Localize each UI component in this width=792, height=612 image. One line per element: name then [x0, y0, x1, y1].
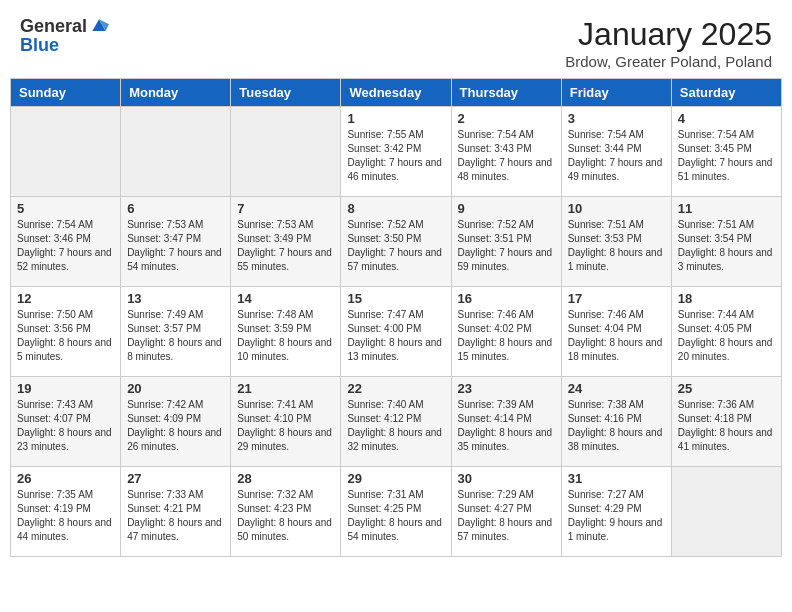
day-info: Sunrise: 7:53 AM Sunset: 3:47 PM Dayligh… [127, 218, 224, 274]
calendar-cell: 27Sunrise: 7:33 AM Sunset: 4:21 PM Dayli… [121, 467, 231, 557]
day-number: 12 [17, 291, 114, 306]
calendar-cell: 25Sunrise: 7:36 AM Sunset: 4:18 PM Dayli… [671, 377, 781, 467]
day-number: 16 [458, 291, 555, 306]
calendar-cell: 16Sunrise: 7:46 AM Sunset: 4:02 PM Dayli… [451, 287, 561, 377]
day-number: 7 [237, 201, 334, 216]
day-info: Sunrise: 7:54 AM Sunset: 3:43 PM Dayligh… [458, 128, 555, 184]
day-info: Sunrise: 7:54 AM Sunset: 3:46 PM Dayligh… [17, 218, 114, 274]
day-number: 18 [678, 291, 775, 306]
week-row-3: 12Sunrise: 7:50 AM Sunset: 3:56 PM Dayli… [11, 287, 782, 377]
day-number: 1 [347, 111, 444, 126]
day-number: 6 [127, 201, 224, 216]
calendar-cell: 12Sunrise: 7:50 AM Sunset: 3:56 PM Dayli… [11, 287, 121, 377]
day-info: Sunrise: 7:51 AM Sunset: 3:54 PM Dayligh… [678, 218, 775, 274]
day-info: Sunrise: 7:39 AM Sunset: 4:14 PM Dayligh… [458, 398, 555, 454]
day-number: 3 [568, 111, 665, 126]
day-info: Sunrise: 7:41 AM Sunset: 4:10 PM Dayligh… [237, 398, 334, 454]
day-info: Sunrise: 7:31 AM Sunset: 4:25 PM Dayligh… [347, 488, 444, 544]
day-info: Sunrise: 7:49 AM Sunset: 3:57 PM Dayligh… [127, 308, 224, 364]
day-info: Sunrise: 7:44 AM Sunset: 4:05 PM Dayligh… [678, 308, 775, 364]
day-number: 22 [347, 381, 444, 396]
day-info: Sunrise: 7:43 AM Sunset: 4:07 PM Dayligh… [17, 398, 114, 454]
day-info: Sunrise: 7:48 AM Sunset: 3:59 PM Dayligh… [237, 308, 334, 364]
calendar-table: SundayMondayTuesdayWednesdayThursdayFrid… [10, 78, 782, 557]
calendar-cell: 31Sunrise: 7:27 AM Sunset: 4:29 PM Dayli… [561, 467, 671, 557]
calendar-cell: 3Sunrise: 7:54 AM Sunset: 3:44 PM Daylig… [561, 107, 671, 197]
calendar-cell: 7Sunrise: 7:53 AM Sunset: 3:49 PM Daylig… [231, 197, 341, 287]
calendar-cell: 17Sunrise: 7:46 AM Sunset: 4:04 PM Dayli… [561, 287, 671, 377]
day-info: Sunrise: 7:42 AM Sunset: 4:09 PM Dayligh… [127, 398, 224, 454]
calendar-cell: 20Sunrise: 7:42 AM Sunset: 4:09 PM Dayli… [121, 377, 231, 467]
weekday-header-row: SundayMondayTuesdayWednesdayThursdayFrid… [11, 79, 782, 107]
calendar-cell: 30Sunrise: 7:29 AM Sunset: 4:27 PM Dayli… [451, 467, 561, 557]
calendar-cell: 26Sunrise: 7:35 AM Sunset: 4:19 PM Dayli… [11, 467, 121, 557]
day-number: 8 [347, 201, 444, 216]
day-number: 9 [458, 201, 555, 216]
day-number: 26 [17, 471, 114, 486]
day-info: Sunrise: 7:35 AM Sunset: 4:19 PM Dayligh… [17, 488, 114, 544]
calendar-cell: 13Sunrise: 7:49 AM Sunset: 3:57 PM Dayli… [121, 287, 231, 377]
calendar-cell: 2Sunrise: 7:54 AM Sunset: 3:43 PM Daylig… [451, 107, 561, 197]
day-info: Sunrise: 7:50 AM Sunset: 3:56 PM Dayligh… [17, 308, 114, 364]
weekday-header-monday: Monday [121, 79, 231, 107]
day-number: 24 [568, 381, 665, 396]
logo-general: General [20, 17, 87, 35]
day-number: 29 [347, 471, 444, 486]
calendar-cell [231, 107, 341, 197]
logo: General Blue [20, 16, 109, 55]
calendar-cell: 14Sunrise: 7:48 AM Sunset: 3:59 PM Dayli… [231, 287, 341, 377]
weekday-header-friday: Friday [561, 79, 671, 107]
day-info: Sunrise: 7:46 AM Sunset: 4:02 PM Dayligh… [458, 308, 555, 364]
calendar-cell: 24Sunrise: 7:38 AM Sunset: 4:16 PM Dayli… [561, 377, 671, 467]
calendar-cell: 10Sunrise: 7:51 AM Sunset: 3:53 PM Dayli… [561, 197, 671, 287]
week-row-1: 1Sunrise: 7:55 AM Sunset: 3:42 PM Daylig… [11, 107, 782, 197]
day-info: Sunrise: 7:51 AM Sunset: 3:53 PM Dayligh… [568, 218, 665, 274]
calendar-cell: 9Sunrise: 7:52 AM Sunset: 3:51 PM Daylig… [451, 197, 561, 287]
calendar-cell: 8Sunrise: 7:52 AM Sunset: 3:50 PM Daylig… [341, 197, 451, 287]
day-number: 15 [347, 291, 444, 306]
day-number: 2 [458, 111, 555, 126]
calendar-cell: 4Sunrise: 7:54 AM Sunset: 3:45 PM Daylig… [671, 107, 781, 197]
calendar-cell [671, 467, 781, 557]
week-row-2: 5Sunrise: 7:54 AM Sunset: 3:46 PM Daylig… [11, 197, 782, 287]
day-info: Sunrise: 7:53 AM Sunset: 3:49 PM Dayligh… [237, 218, 334, 274]
calendar-cell: 18Sunrise: 7:44 AM Sunset: 4:05 PM Dayli… [671, 287, 781, 377]
day-number: 27 [127, 471, 224, 486]
calendar-cell: 22Sunrise: 7:40 AM Sunset: 4:12 PM Dayli… [341, 377, 451, 467]
day-number: 25 [678, 381, 775, 396]
day-info: Sunrise: 7:47 AM Sunset: 4:00 PM Dayligh… [347, 308, 444, 364]
day-info: Sunrise: 7:55 AM Sunset: 3:42 PM Dayligh… [347, 128, 444, 184]
day-info: Sunrise: 7:32 AM Sunset: 4:23 PM Dayligh… [237, 488, 334, 544]
day-info: Sunrise: 7:36 AM Sunset: 4:18 PM Dayligh… [678, 398, 775, 454]
calendar-cell: 21Sunrise: 7:41 AM Sunset: 4:10 PM Dayli… [231, 377, 341, 467]
day-info: Sunrise: 7:40 AM Sunset: 4:12 PM Dayligh… [347, 398, 444, 454]
day-number: 4 [678, 111, 775, 126]
calendar-cell: 5Sunrise: 7:54 AM Sunset: 3:46 PM Daylig… [11, 197, 121, 287]
page-title: January 2025 [565, 16, 772, 53]
day-number: 17 [568, 291, 665, 306]
logo-icon [89, 16, 109, 36]
day-number: 20 [127, 381, 224, 396]
day-number: 5 [17, 201, 114, 216]
subtitle: Brdow, Greater Poland, Poland [565, 53, 772, 70]
calendar-cell: 11Sunrise: 7:51 AM Sunset: 3:54 PM Dayli… [671, 197, 781, 287]
calendar-cell: 19Sunrise: 7:43 AM Sunset: 4:07 PM Dayli… [11, 377, 121, 467]
calendar-cell: 15Sunrise: 7:47 AM Sunset: 4:00 PM Dayli… [341, 287, 451, 377]
page-header: General Blue January 2025 Brdow, Greater… [0, 0, 792, 78]
day-info: Sunrise: 7:52 AM Sunset: 3:51 PM Dayligh… [458, 218, 555, 274]
day-number: 13 [127, 291, 224, 306]
day-info: Sunrise: 7:29 AM Sunset: 4:27 PM Dayligh… [458, 488, 555, 544]
day-info: Sunrise: 7:33 AM Sunset: 4:21 PM Dayligh… [127, 488, 224, 544]
week-row-5: 26Sunrise: 7:35 AM Sunset: 4:19 PM Dayli… [11, 467, 782, 557]
calendar-cell: 6Sunrise: 7:53 AM Sunset: 3:47 PM Daylig… [121, 197, 231, 287]
week-row-4: 19Sunrise: 7:43 AM Sunset: 4:07 PM Dayli… [11, 377, 782, 467]
calendar-cell: 23Sunrise: 7:39 AM Sunset: 4:14 PM Dayli… [451, 377, 561, 467]
weekday-header-wednesday: Wednesday [341, 79, 451, 107]
day-info: Sunrise: 7:27 AM Sunset: 4:29 PM Dayligh… [568, 488, 665, 544]
calendar-cell: 29Sunrise: 7:31 AM Sunset: 4:25 PM Dayli… [341, 467, 451, 557]
calendar-cell: 1Sunrise: 7:55 AM Sunset: 3:42 PM Daylig… [341, 107, 451, 197]
day-info: Sunrise: 7:54 AM Sunset: 3:45 PM Dayligh… [678, 128, 775, 184]
day-number: 31 [568, 471, 665, 486]
weekday-header-tuesday: Tuesday [231, 79, 341, 107]
title-block: January 2025 Brdow, Greater Poland, Pola… [565, 16, 772, 70]
